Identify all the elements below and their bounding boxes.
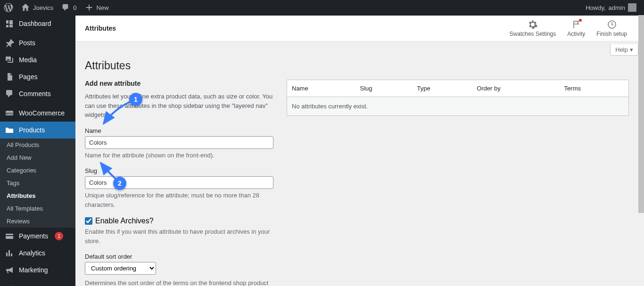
add-attribute-heading: Add new attribute xyxy=(85,80,273,87)
plus-icon xyxy=(84,3,94,12)
account-link[interactable]: Howdy, admin xyxy=(582,0,640,15)
slug-input[interactable] xyxy=(85,176,273,189)
submenu-reviews[interactable]: Reviews xyxy=(0,215,75,228)
attributes-table: Name Slug Type Order by Terms No attribu… xyxy=(287,80,629,116)
site-link[interactable]: Joevics xyxy=(17,0,57,15)
sidebar-item-pages[interactable]: Pages xyxy=(0,68,75,85)
sidebar-item-analytics[interactable]: Analytics xyxy=(0,245,75,261)
page-header: Attributes Swatches Settings Activity Fi… xyxy=(75,15,638,41)
intro-text: Attributes let you define extra product … xyxy=(85,92,273,120)
site-name: Joevics xyxy=(33,4,53,11)
add-attribute-form: Add new attribute Attributes let you def… xyxy=(85,80,273,286)
user-name: admin xyxy=(609,4,625,11)
col-orderby[interactable]: Order by xyxy=(472,80,559,97)
activity-label: Activity xyxy=(567,31,585,37)
megaphone-icon xyxy=(5,265,14,275)
sidebar-item-posts[interactable]: Posts xyxy=(0,34,75,51)
scrollbar[interactable] xyxy=(638,15,644,286)
name-label: Name xyxy=(85,127,273,134)
sidebar-item-label: Dashboard xyxy=(19,20,51,27)
payments-badge: 1 xyxy=(55,232,63,240)
sidebar-item-label: WooCommerce xyxy=(19,109,65,117)
submenu-attributes[interactable]: Attributes xyxy=(0,189,75,202)
help-label: Help xyxy=(615,46,628,53)
sidebar-item-payments[interactable]: Payments 1 xyxy=(0,228,75,245)
home-icon xyxy=(21,3,30,12)
submenu-all-templates[interactable]: All Templates xyxy=(0,202,75,215)
new-label: New xyxy=(97,4,109,11)
wp-logo[interactable] xyxy=(0,0,17,15)
name-help: Name for the attribute (shown on the fro… xyxy=(85,151,273,160)
sidebar-item-dashboard[interactable]: Dashboard xyxy=(0,15,75,32)
sidebar-item-label: Marketing xyxy=(19,266,48,274)
chevron-down-icon: ▾ xyxy=(630,46,633,53)
new-link[interactable]: New xyxy=(81,0,113,15)
sidebar-item-label: Media xyxy=(19,56,37,64)
col-type[interactable]: Type xyxy=(413,80,472,97)
media-icon xyxy=(5,55,14,65)
sidebar-item-label: Analytics xyxy=(19,249,45,257)
flag-icon xyxy=(571,19,581,30)
table-row: No attributes currently exist. xyxy=(287,97,629,116)
sort-help: Determines the sort order of the terms o… xyxy=(85,278,273,286)
help-tab[interactable]: Help ▾ xyxy=(610,44,638,56)
folder-icon xyxy=(5,125,14,135)
scrollbar-thumb[interactable] xyxy=(638,15,644,213)
page-header-title: Attributes xyxy=(85,25,116,32)
woo-icon: WOO xyxy=(5,108,14,118)
notification-dot xyxy=(579,19,582,22)
sidebar-item-appearance[interactable]: Appearance xyxy=(0,281,75,286)
svg-rect-3 xyxy=(6,235,13,236)
payments-icon xyxy=(5,231,14,241)
finish-label: Finish setup xyxy=(596,31,627,37)
archives-help: Enable this if you want this attribute t… xyxy=(85,227,273,245)
svg-rect-2 xyxy=(6,234,13,239)
sidebar-item-marketing[interactable]: Marketing xyxy=(0,261,75,278)
slug-help: Unique slug/reference for the attribute;… xyxy=(85,191,273,209)
sidebar-item-label: Comments xyxy=(19,90,51,98)
comments-count: 0 xyxy=(73,4,76,11)
page-icon xyxy=(5,72,14,82)
swatches-settings-button[interactable]: Swatches Settings xyxy=(510,19,556,37)
svg-text:WOO: WOO xyxy=(6,112,13,115)
sidebar-item-label: Products xyxy=(19,126,45,134)
sort-label: Default sort order xyxy=(85,253,273,260)
submenu-all-products[interactable]: All Products xyxy=(0,139,75,151)
sidebar-item-products[interactable]: Products xyxy=(0,122,75,139)
name-input[interactable] xyxy=(85,136,273,149)
sort-order-select[interactable]: Custom ordering xyxy=(85,262,156,275)
empty-message: No attributes currently exist. xyxy=(287,97,629,116)
content-area: Attributes Swatches Settings Activity Fi… xyxy=(75,15,638,286)
clock-icon xyxy=(607,19,617,30)
gear-icon xyxy=(528,19,538,30)
sidebar-item-comments[interactable]: Comments xyxy=(0,85,75,102)
col-slug[interactable]: Slug xyxy=(355,80,413,97)
finish-setup-button[interactable]: Finish setup xyxy=(596,19,627,37)
comment-icon xyxy=(61,3,70,12)
sidebar-item-woocommerce[interactable]: WOO WooCommerce xyxy=(0,105,75,122)
col-name[interactable]: Name xyxy=(287,80,355,97)
products-submenu: All Products Add New Categories Tags Att… xyxy=(0,139,75,228)
avatar xyxy=(628,3,636,12)
col-terms[interactable]: Terms xyxy=(560,80,629,97)
comment-icon xyxy=(5,89,14,98)
submenu-add-new[interactable]: Add New xyxy=(0,151,75,164)
admin-sidebar: Dashboard Posts Media Pages Comments WOO… xyxy=(0,15,75,286)
enable-archives-checkbox[interactable] xyxy=(85,217,92,225)
comments-link[interactable]: 0 xyxy=(57,0,80,15)
howdy-prefix: Howdy, xyxy=(586,4,605,11)
submenu-tags[interactable]: Tags xyxy=(0,177,75,189)
wordpress-icon xyxy=(4,3,13,12)
slug-label: Slug xyxy=(85,167,273,174)
activity-button[interactable]: Activity xyxy=(567,19,585,37)
enable-archives-label: Enable Archives? xyxy=(95,217,154,225)
chart-icon xyxy=(5,248,14,258)
sidebar-item-media[interactable]: Media xyxy=(0,51,75,68)
sidebar-item-label: Posts xyxy=(19,39,35,47)
sidebar-item-label: Pages xyxy=(19,73,38,81)
pin-icon xyxy=(5,38,14,48)
admin-bar: Joevics 0 New Howdy, admin xyxy=(0,0,644,15)
sidebar-item-label: Payments xyxy=(19,232,48,240)
swatches-label: Swatches Settings xyxy=(510,31,556,37)
submenu-categories[interactable]: Categories xyxy=(0,164,75,177)
